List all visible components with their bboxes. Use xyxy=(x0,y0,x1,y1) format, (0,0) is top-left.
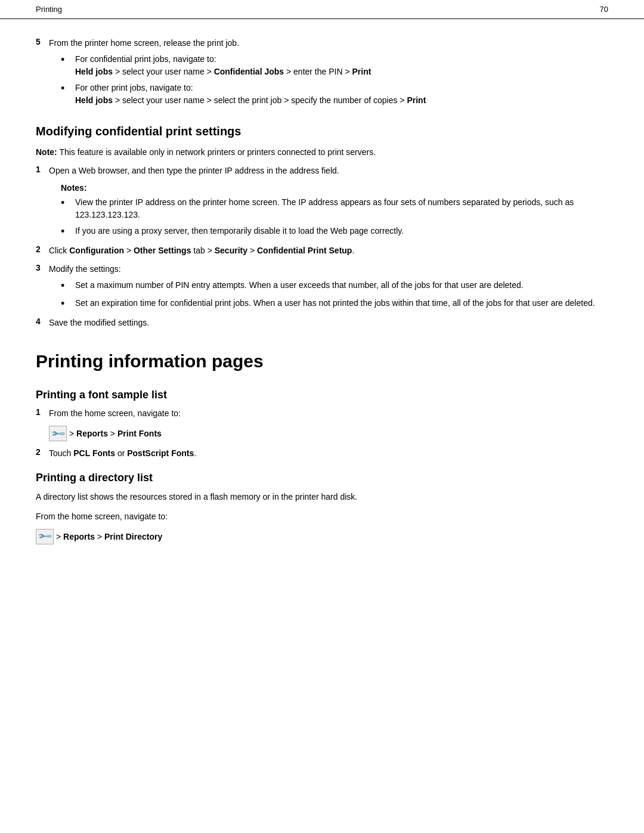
step5-number: 5 xyxy=(36,37,49,47)
mod-step1: 1 Open a Web browser, and then type the … xyxy=(36,165,608,239)
font-nav-text: > Reports > Print Fonts xyxy=(69,429,162,438)
notes-heading: Notes: xyxy=(61,183,608,193)
directory-heading: Printing a directory list xyxy=(36,472,608,484)
font-sample-section: Printing a font sample list 1 From the h… xyxy=(36,389,608,460)
mod-bullet-dot-2: • xyxy=(61,297,72,311)
directory-para2: From the home screen, navigate to: xyxy=(36,510,608,523)
wrench-icon-2: 🔧 xyxy=(36,528,53,545)
directory-para1: A directory list shows the resources sto… xyxy=(36,490,608,503)
mod-step2-text: Click Configuration > Other Settings tab… xyxy=(49,244,354,257)
modifying-note: Note: This feature is available only in … xyxy=(36,146,608,159)
mod-bullet-2-text: Set an expiration time for confidential … xyxy=(75,297,595,309)
note-bullet-1-text: View the printer IP address on the print… xyxy=(75,196,608,221)
header-page-number: 70 xyxy=(600,5,608,14)
font-step2-number: 2 xyxy=(36,447,49,457)
note-bullet-2-text: If you are using a proxy server, then te… xyxy=(75,225,404,237)
mod-step3-number: 3 xyxy=(36,263,49,272)
bullet-confidential: • For confidential print jobs, navigate … xyxy=(61,53,608,78)
modifying-heading: Modifying confidential print settings xyxy=(36,123,608,139)
menu-icon-1: 🔧 xyxy=(49,426,67,441)
notes-bullets: • View the printer IP address on the pri… xyxy=(61,196,608,239)
main-content: 5 From the printer home screen, release … xyxy=(0,19,644,574)
mod-step3-bullets: • Set a maximum number of PIN entry atte… xyxy=(61,279,608,311)
header-section: Printing xyxy=(36,5,62,14)
directory-nav-line: 🔧 > Reports > Print Directory xyxy=(36,529,608,544)
directory-nav-text: > Reports > Print Directory xyxy=(56,532,162,541)
bullet-confidential-text: For confidential print jobs, navigate to… xyxy=(75,53,371,78)
note-bullet-dot-1: • xyxy=(61,196,72,210)
note-bullet-1: • View the printer IP address on the pri… xyxy=(61,196,608,221)
mod-step4: 4 Save the modified settings. xyxy=(36,317,608,329)
font-step1-number: 1 xyxy=(36,407,49,417)
mod-bullet-2: • Set an expiration time for confidentia… xyxy=(61,297,608,311)
directory-list-section: Printing a directory list A directory li… xyxy=(36,472,608,544)
note-bullet-dot-2: • xyxy=(61,225,72,239)
mod-bullet-1-text: Set a maximum number of PIN entry attemp… xyxy=(75,279,524,292)
page-header: Printing 70 xyxy=(0,0,644,19)
step5-bullets: • For confidential print jobs, navigate … xyxy=(61,53,608,107)
bullet-dot-1: • xyxy=(61,53,72,67)
bullet-dot-2: • xyxy=(61,82,72,95)
wrench-icon-1: 🔧 xyxy=(49,425,66,442)
mod-notes-block: Notes: • View the printer IP address on … xyxy=(61,183,608,239)
step5-line: 5 From the printer home screen, release … xyxy=(36,37,608,49)
font-step1: 1 From the home screen, navigate to: xyxy=(36,407,608,420)
menu-icon-2: 🔧 xyxy=(36,529,54,544)
mod-step4-line: 4 Save the modified settings. xyxy=(36,317,608,329)
modifying-section: Modifying confidential print settings No… xyxy=(36,123,608,329)
mod-bullet-dot-1: • xyxy=(61,279,72,293)
mod-step3-line: 3 Modify the settings: xyxy=(36,263,608,275)
step5-text: From the printer home screen, release th… xyxy=(49,37,239,49)
page: Printing 70 5 From the printer home scre… xyxy=(0,0,644,833)
mod-step1-line: 1 Open a Web browser, and then type the … xyxy=(36,165,608,177)
font-step2: 2 Touch PCL Fonts or PostScript Fonts. xyxy=(36,447,608,460)
bullet-other: • For other print jobs, navigate to: Hel… xyxy=(61,82,608,107)
bullet-other-text: For other print jobs, navigate to: Held … xyxy=(75,82,426,107)
chapter-section: Printing information pages Printing a fo… xyxy=(36,351,608,544)
mod-step2-number: 2 xyxy=(36,244,49,254)
font-step2-text: Touch PCL Fonts or PostScript Fonts. xyxy=(49,447,196,460)
step5-block: 5 From the printer home screen, release … xyxy=(36,37,608,107)
chapter-heading: Printing information pages xyxy=(36,351,608,372)
font-sample-heading: Printing a font sample list xyxy=(36,389,608,401)
mod-bullet-1: • Set a maximum number of PIN entry atte… xyxy=(61,279,608,293)
mod-step2-line: 2 Click Configuration > Other Settings t… xyxy=(36,244,608,257)
mod-step4-text: Save the modified settings. xyxy=(49,317,149,329)
font-step1-text: From the home screen, navigate to: xyxy=(49,407,181,420)
mod-step3-text: Modify the settings: xyxy=(49,263,121,275)
mod-step3: 3 Modify the settings: • Set a maximum n… xyxy=(36,263,608,311)
mod-step2: 2 Click Configuration > Other Settings t… xyxy=(36,244,608,257)
mod-step1-text: Open a Web browser, and then type the pr… xyxy=(49,165,339,177)
mod-step1-number: 1 xyxy=(36,165,49,174)
note-bullet-2: • If you are using a proxy server, then … xyxy=(61,225,608,239)
font-step1-line: 1 From the home screen, navigate to: xyxy=(36,407,608,420)
font-step2-line: 2 Touch PCL Fonts or PostScript Fonts. xyxy=(36,447,608,460)
font-nav-line: 🔧 > Reports > Print Fonts xyxy=(49,426,608,441)
mod-step4-number: 4 xyxy=(36,317,49,326)
